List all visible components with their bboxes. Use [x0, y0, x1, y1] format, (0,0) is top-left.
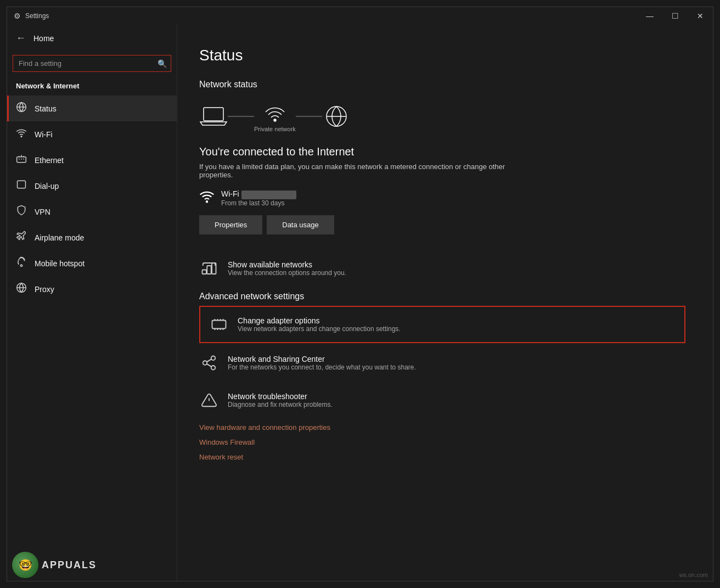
search-icon: 🔍: [158, 59, 167, 68]
private-network-label: Private network: [254, 126, 296, 132]
home-label: Home: [33, 34, 54, 43]
sidebar-item-vpn[interactable]: VPN: [7, 199, 177, 225]
windows-firewall-link[interactable]: Windows Firewall: [199, 435, 685, 450]
sharing-text: Network and Sharing Center For the netwo…: [228, 355, 416, 371]
line1: [228, 116, 254, 117]
sidebar-item-wifi[interactable]: Wi-Fi: [7, 121, 177, 147]
svg-point-9: [274, 119, 276, 121]
titlebar: ⚙ Settings — ☐ ✕: [7, 7, 713, 25]
search-input[interactable]: [13, 55, 171, 72]
svg-point-19: [211, 366, 216, 370]
settings-icon: ⚙: [14, 12, 21, 20]
svg-point-2: [21, 136, 22, 137]
content-area: Status Network status: [177, 25, 713, 581]
titlebar-title: Settings: [25, 12, 49, 20]
sidebar-item-vpn-label: VPN: [35, 208, 50, 216]
data-usage-button[interactable]: Data usage: [267, 215, 334, 234]
troubleshooter-desc: Diagnose and fix network problems.: [228, 401, 333, 408]
titlebar-controls: — ☐ ✕: [637, 7, 713, 25]
page-title: Status: [199, 47, 685, 64]
branding: 🤓 APPUALS: [12, 552, 97, 578]
globe-icon-container: [322, 104, 351, 128]
network-visual-container: Private network: [199, 100, 685, 132]
home-button[interactable]: ← Home: [7, 25, 177, 52]
adapter-title: Change adapter options: [238, 316, 401, 325]
show-networks-option[interactable]: Show available networks View the connect…: [199, 251, 685, 286]
adapter-icon: [209, 315, 229, 334]
maximize-button[interactable]: ☐: [662, 7, 688, 25]
sidebar-item-proxy-label: Proxy: [35, 285, 54, 294]
globe-icon: [322, 104, 351, 128]
sidebar-item-ethernet[interactable]: Ethernet: [7, 147, 177, 173]
change-adapter-option[interactable]: Change adapter options View network adap…: [199, 306, 685, 343]
network-status-label: Network status: [199, 80, 685, 89]
hardware-properties-link[interactable]: View hardware and connection properties: [199, 420, 685, 435]
network-reset-link[interactable]: Network reset: [199, 450, 685, 464]
watermark: ws.on.com: [679, 572, 708, 578]
wifi-info-row: Wi-Fi From the last 30 days: [199, 189, 685, 208]
sidebar-item-hotspot[interactable]: Mobile hotspot: [7, 250, 177, 276]
sidebar-item-status[interactable]: Status: [7, 96, 177, 121]
svg-line-20: [207, 364, 212, 367]
search-box: 🔍: [13, 55, 171, 72]
sidebar-item-proxy[interactable]: Proxy: [7, 276, 177, 302]
svg-rect-14: [207, 266, 211, 274]
line2: [296, 116, 322, 117]
svg-rect-8: [204, 108, 223, 121]
sharing-title: Network and Sharing Center: [228, 355, 416, 363]
show-networks-desc: View the connection options around you.: [228, 269, 346, 277]
sidebar-item-dialup[interactable]: Dial-up: [7, 173, 177, 199]
sidebar-item-status-label: Status: [35, 104, 57, 113]
wifi-icon: [16, 127, 27, 141]
properties-button[interactable]: Properties: [199, 215, 262, 234]
advanced-title: Advanced network settings: [199, 292, 685, 301]
wifi-ssid-blur: [241, 191, 296, 199]
svg-rect-3: [17, 157, 26, 163]
minimize-button[interactable]: —: [637, 7, 662, 25]
wifi-diagram-icon: [261, 100, 289, 125]
connection-desc: If you have a limited data plan, you can…: [199, 163, 528, 179]
laptop-icon: [199, 104, 228, 128]
sidebar-item-airplane[interactable]: Airplane mode: [7, 225, 177, 250]
sidebar-item-hotspot-label: Mobile hotspot: [35, 259, 85, 268]
troubleshooter-text: Network troubleshooter Diagnose and fix …: [228, 392, 333, 408]
wifi-icon-container: Private network: [254, 100, 296, 132]
wifi-bars-icon: [199, 189, 215, 204]
sharing-icon: [199, 353, 219, 373]
laptop-icon-container: [199, 104, 228, 128]
show-networks-title: Show available networks: [228, 260, 346, 269]
sidebar-item-ethernet-label: Ethernet: [35, 156, 64, 165]
show-networks-text: Show available networks View the connect…: [228, 260, 346, 277]
show-networks-icon: [199, 259, 219, 278]
svg-line-21: [207, 359, 212, 362]
sidebar-item-wifi-label: Wi-Fi: [35, 130, 53, 139]
sharing-svg: [201, 355, 217, 371]
wifi-days: From the last 30 days: [221, 199, 296, 207]
close-button[interactable]: ✕: [688, 7, 713, 25]
svg-rect-13: [203, 270, 207, 275]
troubleshooter-svg: [201, 392, 217, 408]
wifi-name: Wi-Fi: [221, 189, 296, 199]
adapter-text: Change adapter options View network adap…: [238, 316, 401, 333]
svg-point-12: [206, 201, 207, 202]
sidebar-item-airplane-label: Airplane mode: [35, 233, 84, 242]
airplane-icon: [16, 231, 27, 244]
main-area: ← Home 🔍 Network & Internet S: [7, 25, 713, 581]
troubleshooter-option[interactable]: Network troubleshooter Diagnose and fix …: [199, 383, 685, 418]
connection-title: You're connected to the Internet: [199, 145, 685, 158]
sidebar-item-dialup-label: Dial-up: [35, 182, 59, 191]
sidebar: ← Home 🔍 Network & Internet S: [7, 25, 177, 581]
svg-point-17: [211, 356, 216, 361]
svg-point-18: [203, 361, 207, 365]
brand-icon: 🤓: [12, 552, 38, 578]
sharing-center-option[interactable]: Network and Sharing Center For the netwo…: [199, 345, 685, 380]
ethernet-icon: [16, 153, 27, 167]
hotspot-icon: [16, 256, 27, 270]
vpn-icon: [16, 205, 27, 219]
show-networks-svg: [201, 260, 217, 277]
wifi-info-text: Wi-Fi From the last 30 days: [221, 189, 296, 206]
back-icon: ←: [16, 32, 26, 44]
troubleshooter-title: Network troubleshooter: [228, 392, 333, 401]
svg-rect-16: [212, 321, 226, 329]
brand-text: APPUALS: [42, 559, 97, 571]
